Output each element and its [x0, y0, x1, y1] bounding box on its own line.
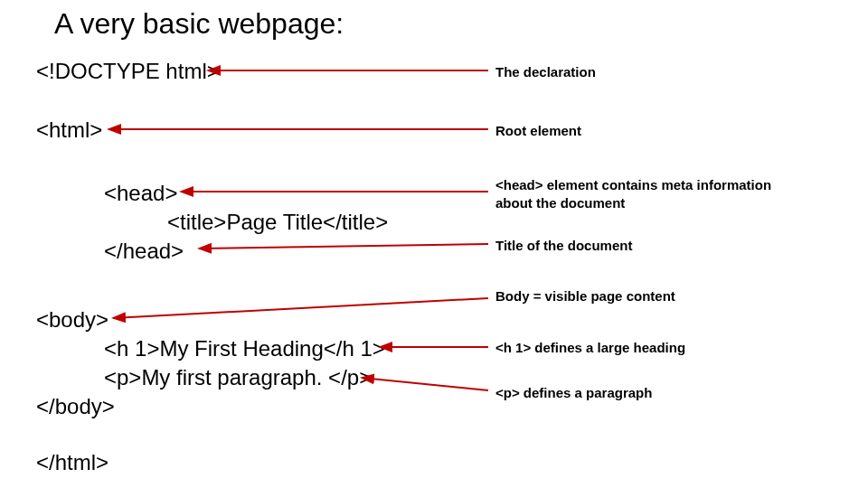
code-head-open: <head> [104, 181, 177, 206]
arrow-p [362, 378, 488, 390]
annotation-body: Body = visible page content [495, 287, 675, 305]
arrow-title [199, 244, 488, 249]
code-body-open: <body> [36, 307, 108, 333]
annotation-title: Title of the document [495, 237, 632, 255]
code-h1-line: <h 1>My First Heading</h 1> [104, 336, 385, 361]
annotation-p: <p> defines a paragraph [495, 384, 652, 402]
arrow-body [113, 298, 488, 318]
code-head-close: </head> [104, 239, 184, 264]
code-doctype: <!DOCTYPE html> [36, 59, 220, 84]
annotation-head: <head> element contains meta information… [495, 176, 776, 211]
code-body-close: </body> [36, 394, 115, 419]
code-html-close: </html> [36, 450, 108, 475]
annotation-root: Root element [495, 122, 581, 140]
code-p-line: <p>My first paragraph. </p> [104, 365, 372, 390]
code-html-open: <html> [36, 117, 102, 143]
annotation-h1: <h 1> defines a large heading [495, 339, 685, 357]
annotation-declaration: The declaration [495, 63, 596, 81]
code-title-line: <title>Page Title</title> [167, 210, 388, 235]
page-title: A very basic webpage: [54, 7, 344, 41]
